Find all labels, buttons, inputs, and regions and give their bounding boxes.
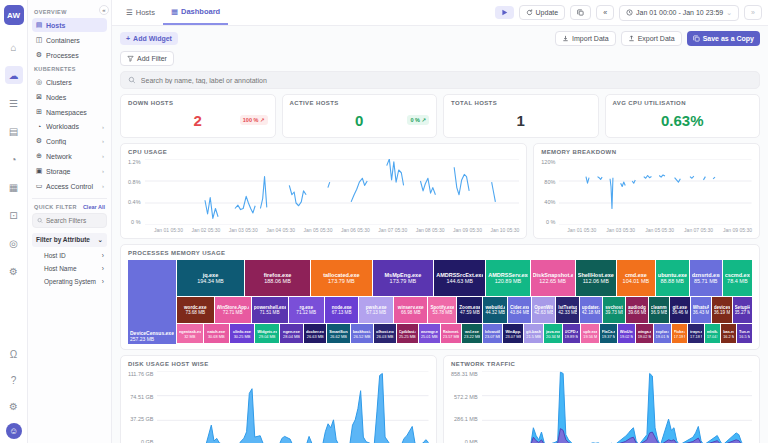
date-range-forward-button[interactable]: » xyxy=(744,5,762,20)
sidebar-search[interactable] xyxy=(32,213,107,228)
add-widget-button[interactable]: + Add Widget xyxy=(120,32,178,45)
treemap-cell-FlaCa.exe[interactable]: FlaCa.exe19.37 MB xyxy=(600,324,617,343)
treemap-cell-WinApp.exe[interactable]: WinApp.exe23.07 MB xyxy=(503,324,523,343)
attribute-item-operating-system[interactable]: Operating System› xyxy=(32,275,107,288)
treemap-cell-Picke.exe[interactable]: Picke.exe17.19 MB xyxy=(672,324,688,343)
list-icon[interactable]: ☰ xyxy=(5,94,23,112)
clear-all-link[interactable]: Clear All xyxy=(83,204,105,210)
filter-by-attribute-header[interactable]: Filter by Attribute ⌄ xyxy=(32,233,107,247)
treemap-cell-tallocated.exe[interactable]: tallocated.exe173.79 MB xyxy=(311,260,372,296)
treemap-cell-cleanmgr.exe[interactable]: cleanmgr.exe36.9 MB xyxy=(649,297,669,323)
treemap-cell-olhost.exe[interactable]: olhost.exe26.03 MB xyxy=(374,324,396,343)
treemap-cell-WinUtr.exe[interactable]: WinUtr.exe19.02 MB xyxy=(618,324,635,343)
gauge-icon[interactable]: ◎ xyxy=(5,234,23,252)
sidebar-item-config[interactable]: ⚙Config› xyxy=(32,134,107,148)
sidebar-item-processes[interactable]: ⚙Processes xyxy=(32,48,107,62)
treemap-cell-java.exe[interactable]: java.exe20.34 MB xyxy=(544,324,562,343)
treemap-cell-audiodg.exe[interactable]: audiodg.exe39.66 MB xyxy=(626,297,648,323)
treemap-cell-jq.exe[interactable]: jq.exe194.34 MB xyxy=(177,260,244,296)
play-button[interactable] xyxy=(495,6,514,19)
export-data-button[interactable]: Export Data xyxy=(621,31,682,46)
help-icon[interactable]: ? xyxy=(5,371,23,389)
treemap-cell-cmd.exe[interactable]: cmd.exe104.01 MB xyxy=(617,260,655,296)
update-button[interactable]: Update xyxy=(519,5,566,20)
treemap-cell-git.exe[interactable]: git.exe36.46 MB xyxy=(670,297,690,323)
sidebar-item-nodes[interactable]: ⊠Nodes xyxy=(32,90,107,104)
support-headset-icon[interactable]: Ω xyxy=(5,345,23,363)
dashboard-grid-icon[interactable]: ▦ xyxy=(5,178,23,196)
treemap-cell-dznsrtd.exe[interactable]: dznsrtd.exe85.71 MB xyxy=(690,260,722,296)
treemap-cell-mlnik.exe[interactable]: mlnik.exe17.04 MB xyxy=(705,324,721,343)
date-range-back-button[interactable]: « xyxy=(596,5,614,20)
attribute-item-host-name[interactable]: Host Name› xyxy=(32,262,107,275)
treemap-cell-bas.exe[interactable]: bas.exe16.2 MB xyxy=(721,324,736,343)
sidebar-item-clusters[interactable]: ◎Clusters xyxy=(32,75,107,89)
treemap-cell-SmartScn.exe[interactable]: SmartScn.exe26.62 MB xyxy=(327,324,349,343)
treemap-cell-cscmd.exe[interactable]: cscmd.exe78.4 MB xyxy=(723,260,752,296)
sidebar-item-hosts[interactable]: ▤Hosts xyxy=(32,18,107,32)
treemap-cell-ShellHost.exe[interactable]: ShellHost.exe112.06 MB xyxy=(576,260,616,296)
treemap-cell-uplr.exe[interactable]: uplr.exe19.56 MB xyxy=(581,324,599,343)
save-as-copy-button[interactable]: Save as a Copy xyxy=(687,31,760,46)
treemap-cell-Cptblast.exe[interactable]: Cptblast.exe25.25 MB xyxy=(397,324,418,343)
app-logo[interactable]: AW xyxy=(4,5,24,25)
treemap-cell-wsrmgr.exe[interactable]: wsrmgr.exe25.01 MB xyxy=(419,324,440,343)
treemap-cell-DiskSnapshot.exe[interactable]: DiskSnapshot.exe122.65 MB xyxy=(531,260,575,296)
treemap-cell-winserv.exe[interactable]: winserv.exe66.98 MB xyxy=(394,297,428,323)
treemap-cell-pwsh.exe[interactable]: pwsh.exe67.13 MB xyxy=(359,297,393,323)
copy-dashboard-button[interactable] xyxy=(570,5,591,20)
treemap-cell-AMDRSSrcExt.exe[interactable]: AMDRSSrcExt.exe144.63 MB xyxy=(434,260,485,296)
date-range-selector[interactable]: Jan 01 00:00 - Jan 10 23:59 ⌄ xyxy=(619,5,739,21)
treemap-cell-svchost.exe[interactable]: svchost.exe39.73 MB xyxy=(603,297,625,323)
treemap-cell-WinStore.App.exe[interactable]: WinStore.App.exe72.71 MB xyxy=(215,297,251,323)
treemap-cell-webuild.exe[interactable]: webuild.exe44.32 MB xyxy=(483,297,506,323)
treemap-cell-powershell.exe[interactable]: powershell.exe71.51 MB xyxy=(252,297,288,323)
treemap-cell-devicese.exe[interactable]: devicese.exe36.19 MB xyxy=(712,297,732,323)
treemap-cell-rg.exe[interactable]: rg.exe71.12 MB xyxy=(289,297,324,323)
treemap-cell-explor.exe[interactable]: explor.exe19.01 MB xyxy=(654,324,671,343)
treemap-cell-OpenWith.exe[interactable]: OpenWith.exe42.63 MB xyxy=(532,297,555,323)
bot-icon[interactable]: ⊡ xyxy=(5,206,23,224)
treemap-cell-node.exe[interactable]: node.exe67.13 MB xyxy=(325,297,359,323)
treemap-cell-DeviceCensus.exe[interactable]: DeviceCensus.exe257.23 MB xyxy=(128,260,176,344)
sidebar-item-containers[interactable]: ◫Containers xyxy=(32,33,107,47)
treemap-cell-AMDRSServ.exe[interactable]: AMDRSServ.exe120.89 MB xyxy=(486,260,529,296)
dashboard-search-input[interactable] xyxy=(141,77,752,84)
treemap-cell-ubuntu.exe[interactable]: ubuntu.exe88.88 MB xyxy=(656,260,689,296)
cloud-workloads-icon[interactable]: ☁ xyxy=(5,66,23,84)
treemap-cell-Widgets.exe[interactable]: Widgets.exe29.04 MB xyxy=(255,324,279,343)
treemap-cell-wsl.exe[interactable]: wsl.exe23.22 MB xyxy=(462,324,482,343)
treemap-cell-firefox.exe[interactable]: firefox.exe188.06 MB xyxy=(245,260,310,296)
treemap-cell-lxlswutil.exe[interactable]: lxlswutil.exe23.07 MB xyxy=(483,324,503,343)
treemap-cell-backhost.exe[interactable]: backhost.exe26.52 MB xyxy=(351,324,373,343)
treemap-cell-winga.exe[interactable]: winga.exe19.02 MB xyxy=(636,324,653,343)
treemap-cell-Cider.exe[interactable]: Cider.exe43.84 MB xyxy=(508,297,531,323)
treemap-cell-UCPD.exe[interactable]: UCPD.exe19.89 MB xyxy=(563,324,581,343)
treemap-cell-Tun.exe[interactable]: Tun.exe16.5 MB xyxy=(737,324,752,343)
treemap-cell-WhatsApp.exe[interactable]: WhatsApp.exe36.43 MB xyxy=(691,297,711,323)
treemap-cell-ngen.exe[interactable]: ngen.exe28.04 MB xyxy=(280,324,303,343)
treemap-cell-git-bash.exe[interactable]: git-bash.exe21.5 MB xyxy=(524,324,543,343)
attribute-item-host-id[interactable]: Host ID› xyxy=(32,249,107,262)
tab-hosts[interactable]: ☰ Hosts xyxy=(118,0,163,25)
gear-icon[interactable]: ⚙ xyxy=(5,262,23,280)
treemap-cell-SetupHost.exe[interactable]: SetupHost.exe35.27 MB xyxy=(733,297,752,323)
sidebar-item-namespaces[interactable]: ⊞Namespaces xyxy=(32,105,107,119)
home-icon[interactable]: ⌂ xyxy=(5,38,23,56)
tab-dashboard[interactable]: ▦ Dashboard xyxy=(163,0,228,25)
treemap-cell-wordc.exe[interactable]: wordc.exe73.68 MB xyxy=(177,297,214,323)
treemap-cell-trayn.exe[interactable]: trayn.exe17.18 MB xyxy=(688,324,704,343)
treemap-cell-ngentask.exe[interactable]: ngentask.exe32 MB xyxy=(177,324,203,343)
sidebar-collapse-button[interactable]: « xyxy=(99,5,109,15)
sidebar-item-network[interactable]: ⊕Network› xyxy=(32,149,107,163)
sidebar-item-access-control[interactable]: ▭Access Control› xyxy=(32,179,107,193)
treemap-cell-Rainmet.exe[interactable]: Rainmet.exe23.57 MB xyxy=(441,324,461,343)
sidebar-search-input[interactable] xyxy=(46,217,102,224)
user-avatar[interactable]: ☺ xyxy=(6,423,22,439)
pie-chart-icon[interactable]: ◔ xyxy=(5,150,23,168)
treemap-cell-docker.exe[interactable]: docker.exe26.63 MB xyxy=(304,324,326,343)
treemap-cell-natch.exe[interactable]: natch.exe30.68 MB xyxy=(204,324,229,343)
treemap-cell-clinfo.exe[interactable]: clinfo.exe30.25 MB xyxy=(230,324,254,343)
treemap-cell-Zoom.exe[interactable]: Zoom.exe47.59 MB xyxy=(457,297,482,323)
sidebar-item-storage[interactable]: ▣Storage› xyxy=(32,164,107,178)
